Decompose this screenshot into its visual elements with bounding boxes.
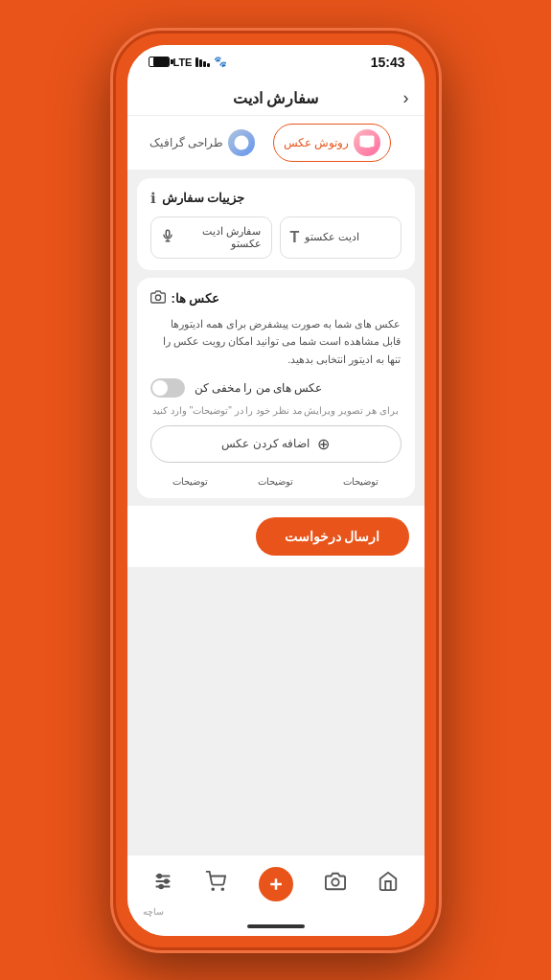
tab-photo-retouch-img: [354, 129, 380, 156]
hint-text: برای هر تصویر ویرایش مد نظر خود را در "ت…: [150, 405, 402, 416]
svg-rect-2: [166, 230, 170, 237]
nav-item-filters[interactable]: [145, 867, 181, 900]
hide-photos-toggle[interactable]: [150, 378, 185, 398]
home-icon: [378, 871, 399, 897]
image-label-3: توضیحات: [150, 476, 230, 487]
tab-graphic-design-img: [228, 129, 255, 156]
svg-point-5: [155, 295, 160, 300]
battery-icon: [149, 57, 170, 67]
status-icons: 🐾 LTE: [147, 56, 228, 68]
nav-item-home[interactable]: [370, 867, 406, 900]
image-label-2: توضیحات: [236, 476, 315, 487]
order-details-header: جزییات سفارش ℹ: [150, 190, 402, 207]
submit-section: ارسال درخواست: [127, 506, 425, 567]
tabs-row: روتوش عکس طراحی گرافیک: [127, 116, 425, 171]
submit-button[interactable]: ارسال درخواست: [256, 517, 409, 556]
image-col-3: DESIGN ✕ توضیحات: [150, 472, 230, 487]
header-title: سفارش ادیت: [233, 89, 318, 107]
mic-icon: [161, 229, 174, 245]
photos-description: عکس های شما به صورت پیشفرض برای همه ادیت…: [150, 315, 402, 369]
nav-item-add[interactable]: [251, 863, 301, 905]
cart-icon: [205, 871, 226, 897]
tab-graphic-design[interactable]: طراحی گرافیک: [139, 124, 265, 162]
order-details-title: جزییات سفارش: [162, 191, 245, 205]
tab-graphic-design-label: طراحی گرافیک: [149, 136, 223, 149]
photos-title: عکس ها:: [172, 291, 220, 306]
status-bar: 15:43 🐾 LTE: [127, 45, 425, 80]
scroll-content: جزییات سفارش ℹ ادیت عکستو T سفارش ادیت ع…: [127, 171, 425, 855]
add-photo-label: اضافه کردن عکس: [221, 437, 310, 450]
svg-point-9: [213, 888, 215, 890]
back-button[interactable]: ‹: [403, 88, 409, 108]
nav-camera-icon: [325, 871, 346, 897]
svg-point-16: [159, 885, 163, 889]
order-col-text-edit[interactable]: ادیت عکستو T: [280, 217, 402, 259]
image-col-2: ✕ توضیحات: [236, 472, 315, 487]
svg-rect-0: [360, 135, 375, 147]
info-icon: ℹ: [150, 190, 156, 207]
toggle-label: عکس های من را مخفی کن: [195, 381, 323, 395]
svg-point-1: [234, 135, 248, 149]
image-grid: توضیحات ✕ توضیحات: [150, 472, 402, 487]
svg-point-6: [332, 878, 338, 885]
tab-photo-retouch[interactable]: روتوش عکس: [273, 124, 391, 162]
camera-icon: [150, 289, 166, 308]
paw-icon: 🐾: [214, 56, 227, 68]
order-details-cols: ادیت عکستو T سفارش ادیت عکستو: [150, 217, 402, 259]
order-details-card: جزییات سفارش ℹ ادیت عکستو T سفارش ادیت ع…: [137, 178, 415, 270]
toggle-row: عکس های من را مخفی کن: [150, 378, 402, 398]
photos-header: عکس ها:: [150, 289, 402, 308]
home-indicator-area: [127, 921, 425, 936]
add-icon[interactable]: [259, 867, 293, 901]
nav-item-cart[interactable]: [197, 867, 234, 900]
photos-section: عکس ها: عکس های شما به صورت پیشفرض برای …: [137, 278, 415, 498]
status-time: 15:43: [371, 55, 405, 70]
add-photo-button[interactable]: ⊕ اضافه کردن عکس: [150, 425, 402, 463]
svg-point-14: [158, 875, 162, 878]
svg-point-15: [165, 879, 169, 883]
plus-icon: ⊕: [317, 435, 330, 453]
svg-point-10: [222, 888, 224, 890]
col2-label: سفارش ادیت عکستو: [180, 225, 262, 250]
signal-icon: [195, 57, 210, 67]
image-col-1: توضیحات: [321, 472, 401, 487]
filters-icon: [152, 871, 173, 897]
home-indicator: [247, 924, 305, 928]
col1-label: ادیت عکستو: [305, 231, 359, 243]
image-label-1: توضیحات: [321, 476, 401, 487]
order-col-voice-order[interactable]: سفارش ادیت عکستو: [150, 217, 272, 259]
text-icon: T: [290, 229, 300, 246]
tab-photo-retouch-label: روتوش عکس: [284, 136, 349, 149]
lte-label: LTE: [173, 57, 193, 68]
app-header: ‹ سفارش ادیت: [127, 80, 425, 116]
nav-item-camera[interactable]: [317, 867, 354, 900]
watermark: ساچه: [143, 907, 164, 917]
bottom-nav: [127, 855, 425, 921]
